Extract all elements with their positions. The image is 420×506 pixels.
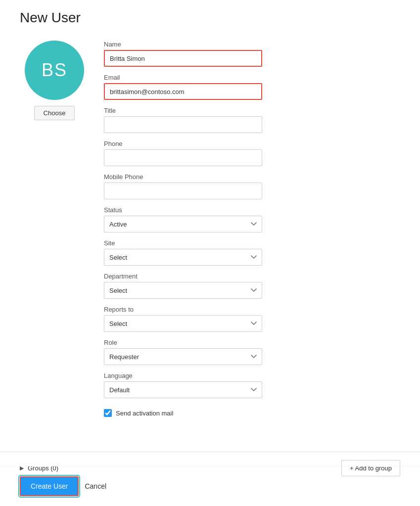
send-activation-row: Send activation mail xyxy=(104,409,400,417)
mobile-phone-input[interactable] xyxy=(104,183,262,199)
title-field-group: Title xyxy=(104,107,400,133)
status-select[interactable]: Active Inactive xyxy=(104,216,262,232)
department-label: Department xyxy=(104,273,400,280)
mobile-phone-label: Mobile Phone xyxy=(104,173,400,181)
language-field-group: Language Default xyxy=(104,372,400,398)
footer-actions: Create User Cancel xyxy=(0,466,420,506)
create-user-button[interactable]: Create User xyxy=(20,476,79,496)
phone-label: Phone xyxy=(104,140,400,147)
email-input[interactable] xyxy=(104,83,262,100)
role-label: Role xyxy=(104,339,400,346)
send-activation-checkbox[interactable] xyxy=(104,409,112,417)
email-label: Email xyxy=(104,74,400,81)
page-container: New User BS Choose Name Email Title xyxy=(0,0,420,447)
reports-to-select[interactable]: Select xyxy=(104,315,262,332)
language-label: Language xyxy=(104,372,400,379)
site-select[interactable]: Select xyxy=(104,249,262,266)
reports-to-label: Reports to xyxy=(104,306,400,313)
name-input[interactable] xyxy=(104,50,262,67)
language-select[interactable]: Default xyxy=(104,381,262,398)
cancel-link[interactable]: Cancel xyxy=(85,477,106,495)
status-label: Status xyxy=(104,206,400,214)
title-label: Title xyxy=(104,107,400,114)
form-fields: Name Email Title Phone Mobile Phone xyxy=(104,41,400,427)
name-label: Name xyxy=(104,41,400,48)
mobile-phone-field-group: Mobile Phone xyxy=(104,173,400,199)
role-field-group: Role Requester Admin Agent xyxy=(104,339,400,365)
email-field-group: Email xyxy=(104,74,400,100)
department-select[interactable]: Select xyxy=(104,282,262,299)
reports-to-field-group: Reports to Select xyxy=(104,306,400,332)
avatar-section: BS Choose xyxy=(20,41,89,120)
site-field-group: Site Select xyxy=(104,239,400,266)
name-field-group: Name xyxy=(104,41,400,67)
site-label: Site xyxy=(104,239,400,247)
page-title: New User xyxy=(20,10,400,26)
role-select[interactable]: Requester Admin Agent xyxy=(104,348,262,365)
status-field-group: Status Active Inactive xyxy=(104,206,400,232)
send-activation-label: Send activation mail xyxy=(116,410,173,417)
phone-input[interactable] xyxy=(104,149,262,166)
choose-avatar-button[interactable]: Choose xyxy=(34,106,75,120)
title-input[interactable] xyxy=(104,116,262,133)
phone-field-group: Phone xyxy=(104,140,400,166)
department-field-group: Department Select xyxy=(104,273,400,299)
avatar: BS xyxy=(25,41,84,100)
form-layout: BS Choose Name Email Title Phone xyxy=(20,41,400,427)
